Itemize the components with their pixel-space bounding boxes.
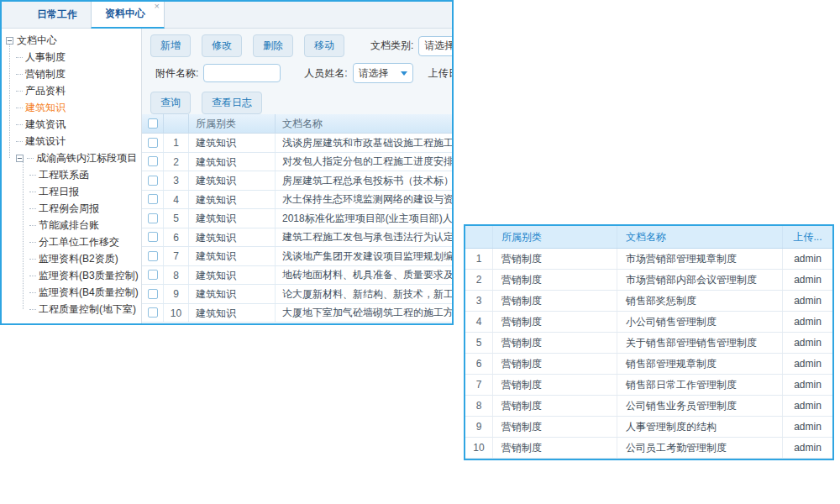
table-row[interactable]: 9 建筑知识 论大厦新材料、新结构、新技术，新工... <box>142 285 454 304</box>
table-row[interactable]: 6 营销制度 销售部管理规章制度 admin <box>465 354 832 375</box>
tree-item[interactable]: 产品资料 <box>2 82 141 99</box>
select-all-checkbox[interactable] <box>148 118 158 129</box>
row-doc-name: 论大厦新材料、新结构、新技术，新工... <box>276 285 454 304</box>
row-category: 营销制度 <box>493 438 617 458</box>
table-row[interactable]: 5 建筑知识 2018标准化监理项目部(业主项目部)人员... <box>142 209 454 228</box>
row-index: 8 <box>164 266 189 285</box>
row-checkbox[interactable] <box>148 251 158 261</box>
row-uploader: admin <box>783 249 832 269</box>
person-name-value: 请选择 <box>359 66 401 81</box>
tree-item[interactable]: 工程质量控制(地下室) <box>2 301 141 318</box>
tree-item-label: 文档中心 <box>17 34 57 48</box>
row-doc-name: 小公司销售管理制度 <box>617 312 783 332</box>
row-uploader: admin <box>783 438 832 458</box>
tree-item[interactable]: 监理资料(B2资质) <box>2 250 141 267</box>
tree-item[interactable]: 工程例会周报 <box>2 200 141 217</box>
table-header: 所属别类 文档名称 上传... <box>465 226 832 249</box>
table-row[interactable]: 10 建筑知识 大厦地下室加气砼墙砌筑工程的施工方... <box>142 304 454 323</box>
tree-item[interactable]: 节能减排台账 <box>2 217 141 234</box>
tree-item-label: 营销制度 <box>16 67 66 81</box>
table-row[interactable]: 10 营销制度 公司员工考勤管理制度 admin <box>465 438 832 459</box>
row-category: 建筑知识 <box>189 247 276 265</box>
table-row[interactable]: 8 建筑知识 地砖地面材料、机具准备、质量要求及... <box>142 266 454 286</box>
query-button[interactable]: 查询 <box>150 92 191 114</box>
table-row[interactable]: 7 营销制度 销售部日常工作管理制度 admin <box>465 375 832 396</box>
tree-item[interactable]: 建筑资讯 <box>2 116 141 133</box>
doc-category-select[interactable]: 请选择 <box>418 36 454 56</box>
add-button[interactable]: 新增 <box>150 34 191 57</box>
row-doc-name: 销售部管理规章制度 <box>617 354 783 374</box>
row-uploader: admin <box>783 396 832 416</box>
row-index: 5 <box>164 209 189 228</box>
move-button[interactable]: 移动 <box>304 34 344 57</box>
row-checkbox[interactable] <box>148 138 158 148</box>
category-column-header: 所属别类 <box>493 226 617 248</box>
row-index: 10 <box>164 304 189 323</box>
table-row[interactable]: 4 营销制度 小公司销售管理制度 admin <box>465 312 832 333</box>
tree-item-label: 建筑设计 <box>16 134 66 149</box>
row-uploader: admin <box>783 312 832 332</box>
table-row[interactable]: 5 营销制度 关于销售部管理销售管理制度 admin <box>465 333 832 354</box>
row-checkbox[interactable] <box>148 232 158 242</box>
row-checkbox[interactable] <box>148 289 158 299</box>
table-row[interactable]: 8 营销制度 公司销售业务员管理制度 admin <box>465 396 832 417</box>
tree-item-label: 建筑知识 <box>16 101 66 115</box>
person-name-label: 人员姓名: <box>304 66 347 81</box>
tab-daily-work[interactable]: 日常工作 <box>24 1 91 28</box>
row-index: 2 <box>465 270 493 290</box>
row-checkbox[interactable] <box>148 307 158 318</box>
row-doc-name: 市场营销部管理规章制度 <box>617 249 783 269</box>
row-category: 营销制度 <box>493 354 617 374</box>
row-index: 4 <box>465 312 493 332</box>
delete-button[interactable]: 删除 <box>253 34 293 57</box>
table-row[interactable]: 3 建筑知识 房屋建筑工程总承包投标书（技术标）... <box>142 171 454 191</box>
tree-item[interactable]: 工程日报 <box>2 183 141 200</box>
table-row[interactable]: 2 建筑知识 对发包人指定分包的工程施工进度安排... <box>142 153 454 172</box>
tree-item-label: 人事制度 <box>16 50 66 65</box>
table-row[interactable]: 3 营销制度 销售部奖惩制度 admin <box>465 291 832 312</box>
tree-item[interactable]: 营销制度 <box>2 66 141 82</box>
row-checkbox[interactable] <box>148 213 158 223</box>
person-name-select[interactable]: 请选择 <box>353 63 413 83</box>
tree-item-label: 工程例会周报 <box>29 202 99 216</box>
row-doc-name: 关于销售部管理销售管理制度 <box>617 333 783 353</box>
index-column-header <box>465 226 493 248</box>
row-checkbox[interactable] <box>148 270 158 280</box>
row-checkbox[interactable] <box>148 156 158 166</box>
row-checkbox[interactable] <box>148 194 158 204</box>
attachment-name-input[interactable] <box>203 64 281 82</box>
table-row[interactable]: 6 建筑知识 建筑工程施工发包与承包违法行为认定... <box>142 228 454 248</box>
tree-item-document-center[interactable]: 文档中心 <box>2 32 141 49</box>
table-row[interactable]: 2 营销制度 市场营销部内部会议管理制度 admin <box>465 270 832 291</box>
collapse-icon[interactable] <box>16 155 24 162</box>
table-row[interactable]: 7 建筑知识 浅谈地产集团开发建设项目监理规划编... <box>142 247 454 266</box>
tree-item-label: 工程质量控制(地下室) <box>29 302 136 317</box>
row-checkbox[interactable] <box>148 176 158 186</box>
tree-item[interactable]: 建筑设计 <box>2 133 141 150</box>
collapse-icon[interactable] <box>6 37 13 45</box>
view-log-button[interactable]: 查看日志 <box>202 92 262 114</box>
row-category: 建筑知识 <box>189 191 276 209</box>
table-row[interactable]: 1 建筑知识 浅谈房屋建筑和市政基础设施工程施工... <box>142 134 454 153</box>
tree-item-project[interactable]: 成渝高铁内江标段项目 <box>2 150 141 166</box>
tree-item[interactable]: 监理资料(B3质量控制) <box>2 267 141 284</box>
tree-item[interactable]: 人事制度 <box>2 49 141 66</box>
attachment-name-label: 附件名称: <box>155 66 198 81</box>
close-icon[interactable]: × <box>155 2 160 11</box>
row-category: 建筑知识 <box>189 171 276 190</box>
tree-item-selected[interactable]: 建筑知识 <box>2 99 141 116</box>
chevron-down-icon <box>401 71 407 76</box>
edit-button[interactable]: 修改 <box>202 34 242 57</box>
tree-item[interactable]: 工程联系函 <box>2 166 141 183</box>
table-row[interactable]: 4 建筑知识 水土保持生态环境监测网络的建设与资... <box>142 191 454 210</box>
row-doc-name: 人事管理制度的结构 <box>617 417 783 437</box>
row-doc-name: 对发包人指定分包的工程施工进度安排... <box>276 152 454 171</box>
tree-item-label: 成渝高铁内江标段项目 <box>27 151 137 165</box>
table-row[interactable]: 1 营销制度 市场营销部管理规章制度 admin <box>465 249 832 270</box>
table-row[interactable]: 9 营销制度 人事管理制度的结构 admin <box>465 417 832 438</box>
tree-item[interactable]: 监理资料(B4质量控制) <box>2 284 141 301</box>
tab-data-center[interactable]: 资料中心 × <box>91 0 165 29</box>
row-index: 6 <box>164 228 189 247</box>
tree-item[interactable]: 分工单位工作移交 <box>2 234 141 250</box>
row-category: 建筑知识 <box>189 209 276 228</box>
